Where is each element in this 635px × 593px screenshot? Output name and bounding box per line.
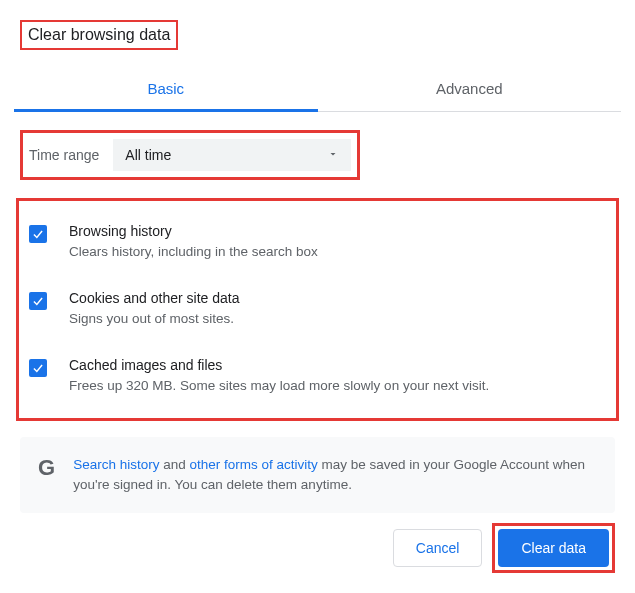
time-range-label: Time range (29, 147, 99, 163)
time-range-value: All time (125, 147, 171, 163)
option-cookies: Cookies and other site data Signs you ou… (23, 276, 612, 343)
tab-advanced[interactable]: Advanced (318, 66, 622, 111)
time-range-select[interactable]: All time (113, 139, 351, 171)
option-title: Browsing history (69, 223, 606, 239)
option-text: Browsing history Clears history, includi… (69, 223, 606, 262)
option-browsing-history: Browsing history Clears history, includi… (23, 209, 612, 276)
checkbox-cached[interactable] (29, 359, 47, 377)
option-title: Cookies and other site data (69, 290, 606, 306)
clear-data-highlight: Clear data (492, 523, 615, 573)
info-text: Search history and other forms of activi… (73, 455, 597, 496)
clear-data-button[interactable]: Clear data (498, 529, 609, 567)
option-cached: Cached images and files Frees up 320 MB.… (23, 343, 612, 410)
tab-basic[interactable]: Basic (14, 66, 318, 111)
cancel-button[interactable]: Cancel (393, 529, 483, 567)
tab-indicator (14, 109, 318, 112)
option-desc: Clears history, including in the search … (69, 243, 606, 262)
time-range-row: Time range All time (20, 130, 360, 180)
options-group: Browsing history Clears history, includi… (16, 198, 619, 421)
info-text-mid: and (159, 457, 189, 472)
tabs: Basic Advanced (14, 66, 621, 112)
option-text: Cookies and other site data Signs you ou… (69, 290, 606, 329)
dialog-title: Clear browsing data (20, 20, 178, 50)
option-title: Cached images and files (69, 357, 606, 373)
checkbox-cookies[interactable] (29, 292, 47, 310)
link-other-activity[interactable]: other forms of activity (189, 457, 317, 472)
button-row: Cancel Clear data (14, 523, 621, 579)
checkbox-browsing-history[interactable] (29, 225, 47, 243)
option-desc: Frees up 320 MB. Some sites may load mor… (69, 377, 606, 396)
chevron-down-icon (327, 147, 339, 163)
google-icon: G (38, 455, 55, 481)
link-search-history[interactable]: Search history (73, 457, 159, 472)
option-desc: Signs you out of most sites. (69, 310, 606, 329)
info-box: G Search history and other forms of acti… (20, 437, 615, 514)
option-text: Cached images and files Frees up 320 MB.… (69, 357, 606, 396)
